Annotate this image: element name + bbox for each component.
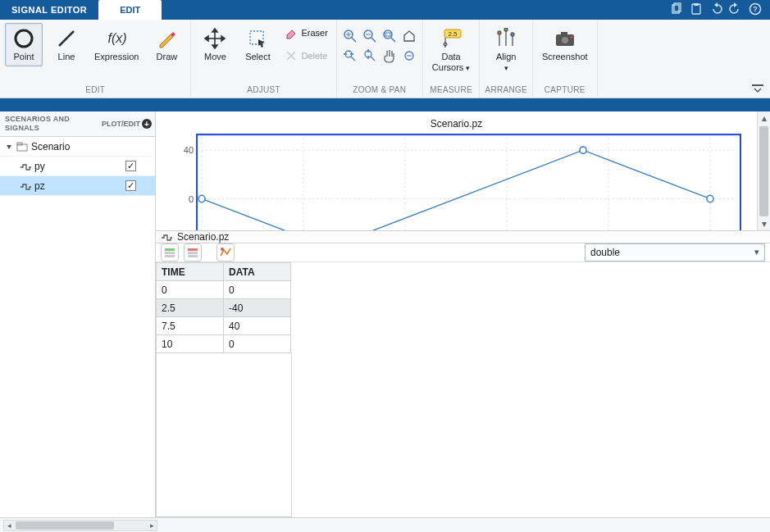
svg-line-19 bbox=[371, 38, 376, 42]
svg-line-29 bbox=[371, 57, 375, 61]
align-button[interactable]: Align▾ bbox=[487, 23, 525, 78]
blue-divider bbox=[0, 98, 770, 111]
signal-icon bbox=[161, 233, 172, 241]
table-empty-area bbox=[156, 353, 292, 517]
move-button[interactable]: Move bbox=[196, 23, 234, 66]
table-cell[interactable]: -40 bbox=[224, 299, 291, 317]
help-icon[interactable]: ? bbox=[749, 2, 762, 17]
table-cell[interactable]: 0 bbox=[157, 281, 224, 299]
hscroll-right-icon[interactable]: ▸ bbox=[147, 521, 157, 530]
tree-row[interactable]: pz bbox=[0, 176, 155, 196]
pan-icon[interactable] bbox=[381, 48, 398, 64]
svg-point-41 bbox=[498, 31, 501, 34]
svg-point-43 bbox=[511, 33, 514, 36]
redo-icon[interactable] bbox=[729, 2, 742, 17]
zoom-in-icon[interactable] bbox=[342, 28, 358, 44]
data-type-select[interactable]: double bbox=[585, 243, 765, 261]
svg-rect-77 bbox=[165, 255, 175, 257]
zoom-out-icon[interactable] bbox=[362, 28, 378, 44]
copy-icon[interactable] bbox=[670, 2, 683, 17]
group-label-arrange: ARRANGE bbox=[485, 84, 527, 98]
add-signal-icon[interactable]: + bbox=[142, 119, 152, 129]
table-row[interactable]: 2.5-40 bbox=[157, 299, 291, 317]
sidebar: SCENARIOS AND SIGNALS PLOT/EDIT + Scenar… bbox=[0, 111, 156, 517]
ribbon-group-arrange: Align▾ ARRANGE bbox=[480, 20, 533, 98]
plot-checkbox[interactable] bbox=[125, 161, 136, 171]
delete-row-button[interactable] bbox=[184, 243, 202, 261]
table-signal-label: Scenario.pz bbox=[177, 231, 229, 243]
data-table[interactable]: TIMEDATA002.5-407.540100 bbox=[156, 262, 291, 353]
table-row[interactable]: 7.540 bbox=[157, 317, 291, 335]
plot-scrollbar[interactable]: ▴ ▾ bbox=[757, 111, 770, 230]
draw-button[interactable]: Draw bbox=[148, 23, 185, 66]
scroll-thumb[interactable] bbox=[759, 126, 768, 216]
ribbon-group-zoom: ZOOM & PAN bbox=[337, 20, 423, 98]
line-button[interactable]: Line bbox=[48, 23, 85, 66]
plot-checkbox[interactable] bbox=[125, 180, 136, 191]
plot-button[interactable] bbox=[216, 243, 235, 261]
zoom-x-icon[interactable] bbox=[342, 48, 358, 64]
tab-edit[interactable]: EDIT bbox=[98, 0, 162, 20]
app-title: SIGNAL EDITOR bbox=[0, 5, 98, 15]
collapse-ribbon-icon[interactable] bbox=[750, 83, 765, 94]
signal-tree[interactable]: Scenariopypz bbox=[0, 137, 155, 517]
tree-row[interactable]: py bbox=[0, 157, 155, 176]
eraser-button[interactable]: Eraser bbox=[281, 23, 330, 43]
pencil-icon bbox=[155, 27, 178, 50]
paste-icon[interactable] bbox=[690, 2, 703, 17]
group-label-edit: EDIT bbox=[85, 84, 105, 98]
table-cell[interactable]: 7.5 bbox=[157, 317, 224, 335]
table-header-cell[interactable]: TIME bbox=[157, 263, 224, 281]
hscroll-thumb[interactable] bbox=[16, 521, 114, 530]
sidebar-hscroll[interactable]: ◂ ▸ bbox=[3, 520, 157, 531]
svg-text:0: 0 bbox=[189, 193, 194, 203]
data-cursors-button[interactable]: 2.5 Data Cursors ▾ bbox=[428, 23, 475, 78]
undo-icon[interactable] bbox=[709, 2, 722, 17]
group-label-zoom: ZOOM & PAN bbox=[353, 84, 406, 98]
table-signal-header: Scenario.pz bbox=[156, 231, 770, 243]
table-cell[interactable]: 0 bbox=[224, 335, 291, 353]
svg-line-22 bbox=[391, 38, 395, 42]
table-row[interactable]: 00 bbox=[157, 281, 291, 299]
svg-rect-75 bbox=[165, 248, 175, 251]
ribbon-group-edit: Point Line f(x) Expression Draw EDIT bbox=[0, 20, 191, 98]
zoom-out-all-icon[interactable] bbox=[401, 48, 417, 64]
group-label-capture: CAPTURE bbox=[544, 84, 585, 98]
svg-rect-46 bbox=[561, 32, 567, 35]
expression-button[interactable]: f(x) Expression bbox=[90, 23, 143, 66]
table-header-cell[interactable]: DATA bbox=[224, 263, 291, 281]
scroll-up-icon[interactable]: ▴ bbox=[758, 111, 770, 125]
svg-point-81 bbox=[221, 248, 224, 251]
fit-icon[interactable] bbox=[381, 28, 398, 44]
table-cell[interactable]: 40 bbox=[224, 317, 291, 335]
screenshot-button[interactable]: Screenshot bbox=[538, 23, 592, 66]
table-row[interactable]: 100 bbox=[157, 335, 291, 353]
plot-area[interactable]: Scenario.pz 0246810-40040 ▴ ▾ bbox=[156, 111, 770, 231]
insert-row-button[interactable] bbox=[161, 243, 179, 261]
zoom-y-icon[interactable] bbox=[362, 48, 378, 64]
tree-row[interactable]: Scenario bbox=[0, 137, 155, 157]
title-bar: SIGNAL EDITOR EDIT ? bbox=[0, 0, 770, 20]
circle-icon bbox=[12, 27, 35, 50]
point-button[interactable]: Point bbox=[5, 23, 43, 66]
svg-rect-79 bbox=[188, 252, 198, 254]
align-icon bbox=[494, 27, 517, 50]
camera-icon bbox=[554, 27, 576, 50]
svg-point-47 bbox=[570, 36, 572, 39]
group-label-adjust: ADJUST bbox=[247, 84, 280, 98]
delete-icon bbox=[285, 49, 298, 62]
home-icon[interactable] bbox=[401, 28, 417, 44]
select-button[interactable]: Select bbox=[239, 23, 276, 66]
delete-button: Delete bbox=[281, 46, 330, 66]
svg-rect-23 bbox=[385, 33, 390, 36]
table-cell[interactable]: 10 bbox=[157, 335, 224, 353]
plot-svg[interactable]: 0246810-40040 bbox=[169, 133, 744, 231]
svg-point-42 bbox=[504, 28, 508, 31]
table-cell[interactable]: 0 bbox=[224, 281, 291, 299]
svg-point-71 bbox=[198, 195, 205, 202]
scroll-down-icon[interactable]: ▾ bbox=[758, 217, 770, 230]
tree-label: pz bbox=[34, 180, 45, 192]
hscroll-left-icon[interactable]: ◂ bbox=[4, 521, 14, 530]
tree-label: Scenario bbox=[31, 141, 70, 152]
table-cell[interactable]: 2.5 bbox=[157, 299, 224, 317]
